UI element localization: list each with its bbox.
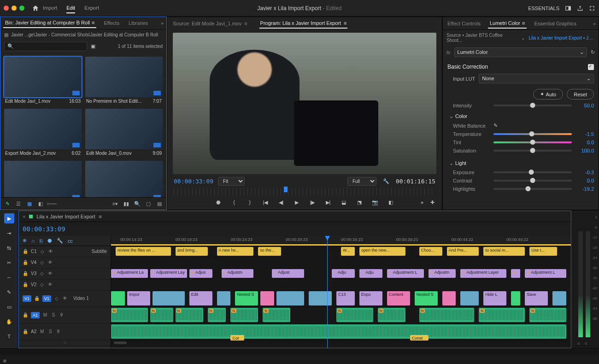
tab-libraries[interactable]: Libraries (127, 18, 150, 28)
lumetri-source[interactable]: Source • Javier BTS Coffee Shoot... (446, 33, 517, 43)
clip-item[interactable]: Edit Mode Javi_0.mov9:09 (85, 109, 163, 157)
close-window[interactable] (4, 6, 9, 11)
freeform-icon[interactable]: ◧ (37, 200, 44, 207)
video-clip[interactable]: Save (525, 291, 548, 305)
caption-clip[interactable]: Choo... (419, 247, 442, 256)
video-clip[interactable]: Edit (189, 291, 212, 305)
clip-thumb[interactable] (85, 57, 163, 97)
audio-clip[interactable]: fx (208, 308, 226, 322)
light-group-header[interactable]: Light (447, 159, 594, 168)
highlights-value[interactable]: -19.2 (576, 186, 594, 192)
target-icon[interactable]: ◇ (40, 249, 45, 254)
adjustment-clip[interactable]: fxAdjust (272, 269, 304, 278)
new-bin-icon[interactable]: ▢ (145, 200, 152, 207)
workspace-label[interactable]: ESSENTIALS (528, 6, 559, 11)
ripple-tool[interactable]: ⇆ (4, 243, 14, 253)
lock-icon[interactable]: 🔒 (34, 296, 40, 301)
audio-clip[interactable]: fx (529, 308, 566, 322)
video-clip[interactable] (153, 291, 185, 305)
track-target[interactable]: A1 (31, 312, 40, 318)
rectangle-tool[interactable]: ▭ (4, 302, 14, 312)
adjustment-clip[interactable]: fxAdjustment Lay (150, 269, 187, 278)
video-clip[interactable]: Nested S (415, 291, 438, 305)
extract-icon[interactable]: ⬔ (356, 199, 363, 206)
adjustment-clip[interactable]: fxAdjustm (429, 269, 456, 278)
pen-tool[interactable]: ✎ (4, 287, 14, 297)
track-label[interactable]: V4 (31, 260, 36, 265)
marker-icon[interactable]: ⬣ (47, 238, 52, 244)
tab-lumetri-color[interactable]: Lumetri Color ≡ (488, 18, 527, 29)
video-clip[interactable]: Impor (127, 291, 150, 305)
audio-clip[interactable]: fx (230, 308, 258, 322)
zoom-fit-select[interactable]: Fit (218, 177, 245, 186)
intensity-slider[interactable] (493, 105, 572, 106)
wrench-icon[interactable]: 🔧 (57, 238, 63, 244)
new-item-icon[interactable]: ▤ (156, 200, 163, 207)
source-monitor-tab[interactable]: Source: Edit Mode Javi_1.mov ≡ (172, 19, 248, 28)
audio-clip[interactable]: fx (479, 308, 525, 322)
track-label[interactable]: C1 (31, 249, 37, 254)
monitor-ruler[interactable] (174, 188, 435, 196)
lock-icon[interactable]: 🔒 (23, 329, 28, 334)
sequence-name[interactable]: Lila x Javier Import Export (36, 214, 95, 219)
clip-item[interactable]: Edit Mode Javi_1.mov16:03 (4, 57, 82, 105)
video-clip[interactable]: Hide L (483, 291, 506, 305)
track-v4[interactable] (111, 257, 571, 268)
track-v2[interactable] (111, 279, 571, 290)
color-group-header[interactable]: Color (447, 112, 594, 121)
selection-tool[interactable]: ▶ (4, 213, 14, 223)
minimize-window[interactable] (12, 6, 17, 11)
list-view-icon[interactable]: ☰ (15, 200, 22, 207)
automate-icon[interactable]: ▮▮ (123, 200, 129, 207)
adjustment-clip[interactable]: fxAdju (332, 269, 355, 278)
panel-menu-icon[interactable]: » (161, 20, 164, 26)
tab-essential-graphics[interactable]: Essential Graphics (532, 19, 578, 28)
track-a2[interactable]: Cor Const (111, 323, 571, 340)
video-clip[interactable]: Content (387, 291, 410, 305)
linked-sel-icon[interactable]: ⎘ (40, 238, 43, 244)
cc-icon[interactable]: cc (68, 238, 73, 244)
adjustment-clip[interactable]: fxAdju (359, 269, 382, 278)
lock-icon[interactable]: 🔒 (23, 271, 28, 276)
adjustment-clip[interactable]: fxAdjustment Layer (460, 269, 506, 278)
type-tool[interactable]: T (4, 331, 14, 341)
audio-clip[interactable]: fx (176, 308, 203, 322)
caption-clip[interactable]: to social m... (483, 247, 525, 256)
audio-clip[interactable]: fx (150, 308, 173, 322)
marker[interactable]: Cor (230, 335, 244, 341)
tab-effects[interactable]: Effects (102, 18, 121, 28)
step-fwd-icon[interactable]: |▶ (309, 199, 316, 206)
adjustment-clip[interactable]: fxAdjustment L (525, 269, 566, 278)
track-v1[interactable]: Impor Edit Nested S C13 Expo Content Nes… (111, 290, 571, 307)
video-clip[interactable] (217, 291, 231, 305)
lock-icon[interactable]: 🔒 (23, 282, 28, 287)
caption-clip[interactable]: Use t... (529, 247, 557, 256)
track-a1[interactable]: fx fx fx fx fx fx fx fx fx fx fx (111, 307, 571, 323)
reset-effect-icon[interactable]: ↻ (591, 49, 595, 55)
nav-import[interactable]: Import (43, 3, 57, 13)
contrast-slider[interactable] (493, 180, 572, 182)
adjustment-clip[interactable]: fxAdjustment L (387, 269, 424, 278)
clip-thumb[interactable] (4, 161, 82, 198)
basic-correction-header[interactable]: Basic Correction (447, 64, 488, 70)
adjustment-clip[interactable]: fxAdjus (189, 269, 212, 278)
video-clip[interactable] (552, 291, 566, 305)
tint-value[interactable]: 0.0 (576, 140, 594, 145)
compare-icon[interactable]: ◧ (387, 199, 394, 206)
video-clip[interactable] (460, 291, 479, 305)
nav-edit[interactable]: Edit (66, 3, 75, 13)
hamburger-icon[interactable]: ≡ (99, 214, 102, 219)
caption-clip[interactable]: A new he... (217, 247, 254, 256)
pen-icon[interactable]: ✎ (4, 200, 11, 207)
contrast-value[interactable]: 0.0 (576, 178, 594, 183)
caption-clip[interactable]: W... (341, 247, 355, 256)
audio-clip[interactable]: fx (336, 308, 373, 322)
video-clip[interactable] (111, 291, 125, 305)
workspace-overflow-icon[interactable] (565, 5, 571, 12)
clip-thumb[interactable] (85, 109, 163, 149)
exposure-value[interactable]: -0.3 (576, 170, 594, 175)
program-monitor[interactable] (173, 33, 436, 174)
search-input[interactable] (4, 42, 87, 51)
lock-icon[interactable]: 🔒 (23, 249, 28, 254)
chevron-down-icon[interactable]: ⌄ (521, 35, 525, 41)
